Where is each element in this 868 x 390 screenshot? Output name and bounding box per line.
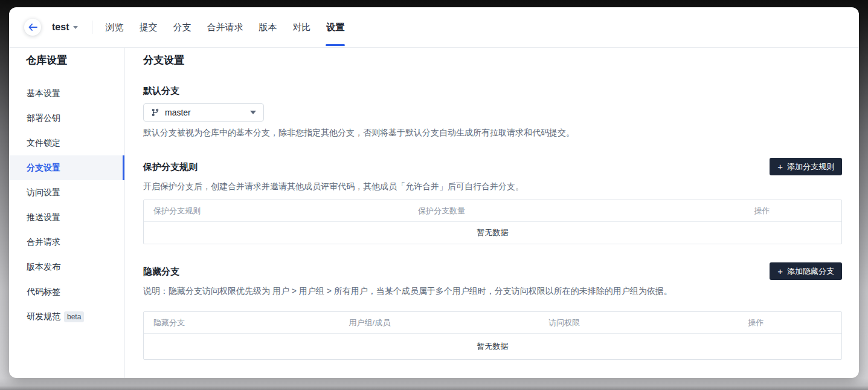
page-title: 分支设置: [143, 53, 842, 68]
empty-state: 暂无数据: [144, 222, 841, 244]
sidebar-list: 基本设置 部署公钥 文件锁定 分支设置 访问设置 推送设置 合并请求 版本发布 …: [9, 81, 124, 329]
repo-name: test: [52, 22, 69, 33]
sidebar-title: 仓库设置: [9, 53, 124, 68]
hidden-branch-description: 说明：隐藏分支访问权限优先级为 用户 > 用户组 > 所有用户，当某个成员属于多…: [143, 285, 842, 297]
repo-settings-window: test 浏览 提交 分支 合并请求 版本 对比 设置 仓库设置 基本设置 部署…: [9, 7, 859, 378]
settings-sidebar: 仓库设置 基本设置 部署公钥 文件锁定 分支设置 访问设置 推送设置 合并请求 …: [9, 48, 125, 378]
chevron-down-icon: [73, 26, 78, 29]
tab-commits[interactable]: 提交: [139, 7, 157, 47]
topbar: test 浏览 提交 分支 合并请求 版本 对比 设置: [9, 7, 859, 48]
hidden-branch-heading: 隐藏分支: [143, 265, 179, 278]
sidebar-item-access-settings[interactable]: 访问设置: [9, 180, 124, 205]
add-hidden-branch-label: 添加隐藏分支: [787, 266, 834, 277]
column-header: 操作: [748, 317, 841, 328]
protected-branch-heading: 保护分支规则: [143, 160, 198, 174]
sidebar-item-dev-spec[interactable]: 研发规范 beta: [9, 304, 124, 329]
protected-branch-header-row: 保护分支规则 + 添加分支规则: [143, 158, 842, 175]
column-header: 保护分支数量: [418, 206, 754, 216]
default-branch-select[interactable]: master: [143, 103, 264, 122]
protected-branch-description: 开启保护分支后，创建合并请求并邀请其他成员评审代码，其他成员「允许合并」后可自行…: [143, 180, 842, 192]
git-branch-icon: [151, 108, 159, 117]
sidebar-item-file-lock[interactable]: 文件锁定: [9, 131, 124, 155]
column-header: 隐藏分支: [144, 317, 349, 328]
sidebar-item-push-settings[interactable]: 推送设置: [9, 205, 124, 230]
column-header: 访问权限: [548, 317, 748, 328]
hidden-branch-header-row: 隐藏分支 + 添加隐藏分支: [143, 262, 842, 280]
selected-branch: master: [165, 108, 191, 117]
protected-branch-table-header: 保护分支规则 保护分支数量 操作: [144, 200, 841, 222]
column-header: 用户组/成员: [349, 317, 548, 328]
empty-state: 暂无数据: [144, 334, 841, 359]
sidebar-item-label: 研发规范: [27, 311, 60, 322]
tab-browse[interactable]: 浏览: [105, 7, 123, 47]
select-caret-icon: [250, 111, 256, 114]
tab-compare[interactable]: 对比: [292, 7, 310, 47]
beta-badge: beta: [64, 311, 84, 322]
column-header: 保护分支规则: [144, 206, 418, 216]
back-button[interactable]: [24, 19, 41, 36]
hidden-branch-table-header: 隐藏分支 用户组/成员 访问权限 操作: [144, 312, 841, 334]
tab-releases[interactable]: 版本: [259, 7, 277, 47]
tab-merge-requests[interactable]: 合并请求: [207, 7, 243, 47]
sidebar-item-merge-requests[interactable]: 合并请求: [9, 230, 124, 255]
plus-icon: +: [777, 162, 783, 171]
add-branch-rule-label: 添加分支规则: [787, 161, 834, 172]
tab-settings[interactable]: 设置: [326, 7, 344, 47]
plus-icon: +: [777, 267, 783, 276]
page-body: 仓库设置 基本设置 部署公钥 文件锁定 分支设置 访问设置 推送设置 合并请求 …: [9, 48, 859, 378]
branch-settings-panel: 分支设置 默认分支 master 默认分支被视为仓库中的基本分支，除非您指定其他…: [125, 48, 859, 378]
topbar-divider: [92, 21, 92, 34]
tab-branches[interactable]: 分支: [173, 7, 191, 47]
default-branch-description: 默认分支被视为仓库中的基本分支，除非您指定其他分支，否则将基于默认分支自动生成所…: [143, 126, 842, 138]
add-branch-rule-button[interactable]: + 添加分支规则: [770, 158, 842, 175]
repo-nav-tabs: 浏览 提交 分支 合并请求 版本 对比 设置: [105, 7, 360, 47]
sidebar-item-code-tags[interactable]: 代码标签: [9, 279, 124, 304]
sidebar-item-basic-settings[interactable]: 基本设置: [9, 81, 124, 106]
default-branch-heading: 默认分支: [143, 84, 842, 97]
sidebar-item-deploy-keys[interactable]: 部署公钥: [9, 106, 124, 131]
column-header: 操作: [754, 206, 841, 216]
sidebar-item-branch-settings[interactable]: 分支设置: [9, 155, 124, 180]
hidden-branch-table: 隐藏分支 用户组/成员 访问权限 操作 暂无数据: [143, 311, 842, 360]
sidebar-item-releases[interactable]: 版本发布: [9, 255, 124, 279]
add-hidden-branch-button[interactable]: + 添加隐藏分支: [770, 262, 842, 280]
arrow-left-icon: [28, 24, 37, 31]
repo-switcher[interactable]: test: [52, 22, 78, 33]
protected-branch-table: 保护分支规则 保护分支数量 操作 暂无数据: [143, 200, 842, 244]
